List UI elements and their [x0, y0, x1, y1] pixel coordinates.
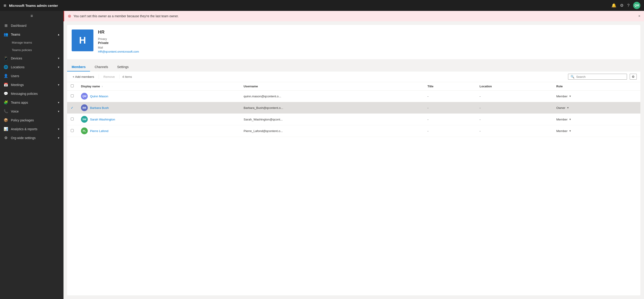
- cell-display-name: SW Sarah Washington: [77, 114, 240, 125]
- role-chevron-icon: ▼: [569, 130, 572, 132]
- search-box: 🔍: [568, 74, 627, 80]
- settings-icon[interactable]: ⚙: [620, 3, 624, 8]
- error-icon: ⊗: [68, 14, 71, 19]
- sidebar-item-users[interactable]: 👤 Users: [0, 72, 64, 80]
- cell-username: quinn.mason@qcontent.o...: [240, 91, 424, 102]
- table-row: SW Sarah Washington Sarah_Washington@qco…: [67, 114, 640, 125]
- sidebar-item-messaging-policies[interactable]: 💬 Messaging policies: [0, 89, 64, 98]
- add-members-button[interactable]: + Add members: [71, 74, 96, 79]
- team-logo: H: [72, 30, 94, 51]
- member-name-link[interactable]: Pierre Lafond: [90, 129, 108, 133]
- col-location: Location: [476, 82, 553, 91]
- row-checkbox-cell: [67, 114, 77, 125]
- col-display-name: Display name ↑: [77, 82, 240, 91]
- sidebar-item-teams-policies[interactable]: Teams policies: [0, 46, 64, 54]
- tab-channels[interactable]: Channels: [90, 63, 112, 72]
- org-chevron: ▼: [57, 137, 60, 139]
- cell-location: -: [476, 91, 553, 102]
- member-name-link[interactable]: Quinn Mason: [90, 95, 108, 98]
- row-checkbox[interactable]: [71, 118, 74, 120]
- teams-icon: 👥: [4, 32, 8, 37]
- sort-icon[interactable]: ↑: [102, 85, 103, 88]
- error-close-button[interactable]: ×: [638, 14, 640, 18]
- select-all-checkbox[interactable]: [71, 84, 74, 87]
- sidebar-label-policy: Policy packages: [11, 118, 60, 122]
- meetings-icon: 📅: [4, 83, 8, 87]
- teams-apps-icon: 🧩: [4, 100, 8, 105]
- role-dropdown[interactable]: Member ▼: [556, 95, 637, 98]
- cell-title: -: [424, 125, 476, 137]
- grid-icon[interactable]: ⊞: [4, 4, 6, 7]
- mail-link[interactable]: HR@qcontent.onmicrosoft.com: [98, 50, 139, 53]
- org-icon: ⚙: [4, 136, 8, 140]
- row-checkbox-cell: [67, 125, 77, 137]
- error-message: You can't set this owner as a member bec…: [74, 14, 636, 18]
- role-chevron-icon: ▼: [569, 95, 572, 98]
- col-role: Role: [552, 82, 640, 91]
- sidebar-label-teams-apps: Teams apps: [11, 101, 55, 104]
- cell-location: -: [476, 102, 553, 114]
- sidebar-hamburger[interactable]: ≡: [0, 11, 64, 21]
- notifications-icon[interactable]: 🔔: [611, 3, 616, 8]
- cell-display-name: QM Quinn Mason: [77, 91, 240, 102]
- members-table: Display name ↑ Username Title Location: [67, 82, 640, 137]
- sidebar-item-manage-teams[interactable]: Manage teams: [0, 39, 64, 46]
- sidebar-item-devices[interactable]: 📱 Devices ▼: [0, 54, 64, 63]
- sidebar-item-analytics[interactable]: 📊 Analytics & reports ▼: [0, 125, 64, 133]
- role-chevron-icon: ▼: [567, 106, 569, 109]
- search-icon: 🔍: [570, 75, 574, 79]
- sidebar-item-meetings[interactable]: 📅 Meetings ▼: [0, 80, 64, 89]
- row-checkbox[interactable]: [71, 129, 74, 132]
- tab-settings[interactable]: Settings: [113, 63, 133, 72]
- role-chevron-icon: ▼: [569, 118, 572, 121]
- remove-button[interactable]: Remove: [102, 74, 116, 79]
- table-toolbar: + Add members Remove 4 Items 🔍 ⚙: [67, 72, 640, 82]
- column-settings-icon: ⚙: [632, 75, 635, 79]
- cell-username: Barbara_Bush@qcontent.o...: [240, 102, 424, 114]
- member-name-link[interactable]: Barbara Bush: [90, 106, 109, 110]
- cell-display-name: PL Pierre Lafond: [77, 125, 240, 137]
- col-check: [67, 82, 77, 91]
- sidebar-label-users: Users: [11, 74, 60, 78]
- sidebar: ≡ ⊞ Dashboard 👥 Teams ▲ Manage teams Tea…: [0, 11, 64, 299]
- tab-members[interactable]: Members: [67, 63, 90, 72]
- sidebar-item-teams-apps[interactable]: 🧩 Teams apps ▼: [0, 98, 64, 107]
- toolbar-divider-2: [119, 74, 120, 79]
- team-logo-letter: H: [79, 35, 86, 46]
- user-avatar[interactable]: QM: [633, 2, 640, 9]
- privacy-label: Privacy: [98, 38, 636, 41]
- sidebar-label-meetings: Meetings: [11, 83, 55, 87]
- table-row: QM Quinn Mason quinn.mason@qcontent.o...…: [67, 91, 640, 102]
- sidebar-item-policy-packages[interactable]: 📦 Policy packages: [0, 116, 64, 125]
- cell-username: Pierre_Lafond@qcontent.o...: [240, 125, 424, 137]
- sidebar-label-locations: Locations: [11, 65, 55, 69]
- col-username: Username: [240, 82, 424, 91]
- sidebar-label-voice: Voice: [11, 110, 55, 113]
- cell-title: -: [424, 91, 476, 102]
- sidebar-label-messaging: Messaging policies: [11, 92, 60, 96]
- topbar: ⊞ Microsoft Teams admin center 🔔 ⚙ ? QM: [0, 0, 644, 11]
- role-value: Member: [556, 129, 568, 133]
- member-name-link[interactable]: Sarah Washington: [90, 118, 115, 121]
- role-dropdown[interactable]: Member ▼: [556, 118, 637, 121]
- column-settings-button[interactable]: ⚙: [630, 74, 637, 80]
- row-checkbox[interactable]: [71, 94, 74, 97]
- role-dropdown[interactable]: Member ▼: [556, 129, 637, 133]
- sidebar-item-voice[interactable]: 📞 Voice ▼: [0, 107, 64, 116]
- role-dropdown[interactable]: Owner ▼: [556, 106, 637, 110]
- sidebar-item-dashboard[interactable]: ⊞ Dashboard: [0, 21, 64, 30]
- privacy-row: Privacy Private: [98, 38, 636, 45]
- help-icon[interactable]: ?: [627, 3, 630, 8]
- sidebar-item-org-wide[interactable]: ⚙ Org-wide settings ▼: [0, 133, 64, 142]
- sidebar-label-teams: Teams: [11, 33, 55, 36]
- messaging-icon: 💬: [4, 91, 8, 96]
- cell-role: Member ▼: [552, 125, 640, 137]
- dashboard-icon: ⊞: [4, 23, 8, 28]
- member-avatar: SW: [81, 116, 88, 123]
- sidebar-label-dashboard: Dashboard: [11, 24, 60, 28]
- sidebar-item-locations[interactable]: 🌐 Locations ▼: [0, 63, 64, 72]
- member-avatar: PL: [81, 128, 88, 134]
- search-input[interactable]: [576, 75, 624, 79]
- col-title: Title: [424, 82, 476, 91]
- sidebar-item-teams[interactable]: 👥 Teams ▲: [0, 30, 64, 39]
